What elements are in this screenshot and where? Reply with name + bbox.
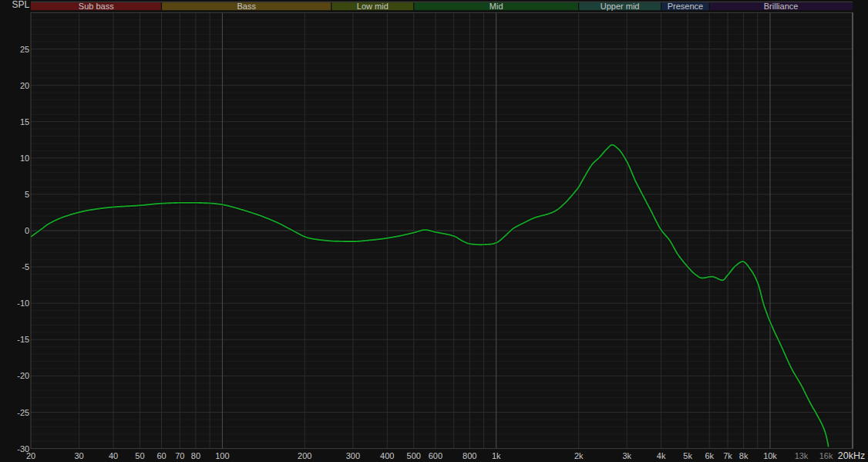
svg-text:Low mid: Low mid [357, 2, 389, 11]
svg-text:80: 80 [191, 451, 200, 460]
svg-text:4k: 4k [657, 451, 666, 460]
svg-text:20kHz: 20kHz [838, 450, 865, 461]
svg-text:0: 0 [25, 226, 29, 235]
svg-text:100: 100 [215, 451, 229, 460]
svg-text:200: 200 [298, 451, 311, 460]
svg-text:-5: -5 [22, 262, 29, 271]
svg-text:5: 5 [25, 190, 29, 199]
svg-text:Mid: Mid [490, 2, 503, 11]
svg-text:25: 25 [20, 45, 29, 54]
svg-text:6k: 6k [705, 451, 714, 460]
svg-text:Presence: Presence [668, 2, 703, 11]
svg-text:8k: 8k [739, 451, 749, 460]
svg-text:15: 15 [20, 117, 29, 126]
svg-text:40: 40 [109, 451, 118, 460]
svg-text:300: 300 [346, 451, 360, 460]
svg-text:SPL: SPL [12, 0, 30, 10]
svg-text:600: 600 [429, 451, 442, 460]
svg-text:10: 10 [20, 153, 29, 163]
svg-text:Sub bass: Sub bass [79, 2, 114, 11]
svg-text:16k: 16k [819, 451, 833, 460]
svg-text:3k: 3k [622, 451, 631, 460]
svg-text:30: 30 [74, 451, 83, 460]
svg-text:800: 800 [463, 451, 476, 460]
svg-text:20: 20 [26, 451, 35, 460]
svg-text:20: 20 [20, 81, 29, 90]
svg-text:7k: 7k [723, 451, 732, 460]
svg-text:-10: -10 [17, 298, 29, 308]
svg-text:400: 400 [380, 451, 394, 460]
svg-text:-20: -20 [17, 371, 29, 380]
svg-text:-15: -15 [17, 335, 29, 344]
svg-text:10k: 10k [763, 451, 777, 460]
svg-text:13k: 13k [795, 451, 809, 460]
svg-text:Upper mid: Upper mid [601, 2, 640, 11]
svg-text:5k: 5k [683, 451, 692, 460]
svg-text:60: 60 [156, 451, 166, 460]
svg-text:50: 50 [135, 451, 144, 460]
svg-text:500: 500 [407, 451, 421, 460]
svg-text:1k: 1k [492, 451, 501, 460]
svg-text:-25: -25 [17, 408, 29, 417]
svg-text:Brilliance: Brilliance [764, 2, 799, 11]
svg-text:2k: 2k [574, 451, 584, 460]
svg-text:Bass: Bass [237, 2, 256, 11]
svg-text:70: 70 [175, 451, 184, 460]
